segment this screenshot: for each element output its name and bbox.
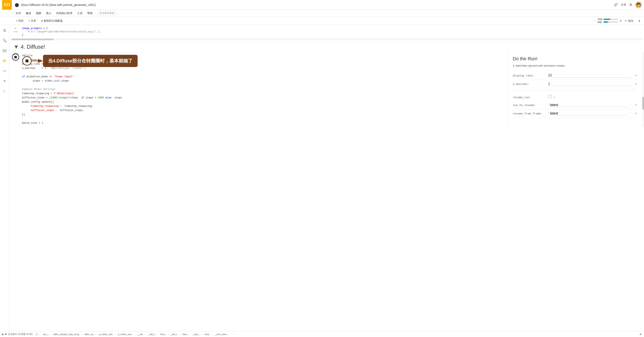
run-to-resume-label: run_to_resume:: [513, 104, 546, 107]
quote-open-1: ": [548, 103, 549, 107]
bc-13[interactable]: _conv_forw…: [215, 333, 229, 336]
menu-file[interactable]: 文件: [14, 10, 23, 16]
notebook-title: Disco Diffusion v5.61 [Now with portrait…: [21, 3, 612, 6]
ram-bar-bg: [604, 18, 618, 20]
sidebar-icon-search[interactable]: 🔍: [1, 37, 8, 44]
code-line-1: image_prompts = {: [22, 26, 644, 30]
check-icon: ✓: [14, 26, 17, 30]
n-batches-param-name: n_batches: [513, 64, 528, 67]
running-stop-button[interactable]: [12, 54, 19, 61]
ram-section: RAM 磁盘: [598, 18, 618, 24]
bc-7[interactable]: _call_i…: [148, 333, 157, 336]
arrow-connector: [31, 58, 44, 64]
menu-view[interactable]: 视图: [34, 10, 44, 16]
menu-insert[interactable]: 插入: [44, 10, 54, 16]
run-to-resume-row: run_to_resume: " " ✏: [513, 101, 637, 110]
bc-6[interactable]: __cal…: [137, 333, 145, 336]
menu-runtime[interactable]: 代码执行程序: [54, 10, 74, 16]
bc-5[interactable]: p_mean_vari…: [118, 333, 134, 336]
chevron-up-icon[interactable]: ∧: [637, 18, 642, 24]
bc-0[interactable]: C…: [36, 333, 40, 336]
resume-run-checkbox[interactable]: [548, 95, 552, 98]
main-area: ☰ 🔍 {x} 📁 <> ≡ >_ ✓ 0 秒 image_prompts = …: [0, 25, 644, 331]
n-batches-edit-icon[interactable]: ✏: [635, 82, 637, 86]
cl-12: model_config.update({: [22, 100, 508, 104]
cl-10: timestep_respacing = f'ddim{steps}': [22, 92, 508, 96]
copy-to-disk-button[interactable]: ♦ 复制到云端硬盘: [39, 18, 65, 24]
code-line-3: }: [22, 33, 644, 37]
cl-16: [22, 117, 508, 121]
sidebar: ☰ 🔍 {x} 📁 <> ≡ >_: [0, 25, 9, 331]
resume-run-label: resume_run:: [513, 96, 546, 99]
diffuse-cell: 当4.Diffuse部分在转圈圈时，基本就稳了 #@title #@markdo…: [9, 52, 644, 127]
avatar[interactable]: 🧑: [635, 2, 642, 8]
share-button[interactable]: 分享: [621, 3, 626, 7]
right-panel-title: Do the Run!: [513, 56, 637, 62]
n-batches-input[interactable]: [548, 82, 631, 86]
edit-button[interactable]: ✏ 修改: [623, 18, 635, 24]
add-code-button[interactable]: + 代码: [14, 18, 26, 24]
cl-6: if animation_mode == 'Video Input':: [22, 74, 508, 79]
sidebar-icon-code[interactable]: <>: [1, 68, 8, 74]
link-icon[interactable]: 🔗: [614, 3, 618, 7]
section-4-title: 4. Diffuse!: [21, 44, 45, 50]
bc-8[interactable]: forw…: [160, 333, 167, 336]
vertical-scrollbar[interactable]: [642, 52, 644, 127]
menu-edit[interactable]: 修改: [24, 10, 33, 16]
sidebar-icon-snippets[interactable]: ≡: [1, 78, 8, 84]
sidebar-icon-terminal[interactable]: >_: [1, 88, 8, 94]
horiz-scrollbar-thumb[interactable]: [12, 38, 54, 40]
n-batches-note-text: ignored with animation modes.: [528, 64, 566, 67]
notebook: ✓ 0 秒 image_prompts = { # 0:['ImagePromp…: [9, 25, 644, 331]
top-cell-gutter: ✓ 0 秒: [9, 25, 22, 38]
horiz-scrollbar[interactable]: [12, 38, 642, 40]
tooltip-arrow-circle: [22, 56, 32, 66]
menu-help[interactable]: 帮助: [85, 10, 95, 16]
settings-icon[interactable]: ⚙: [629, 3, 632, 7]
resume-from-frame-input[interactable]: [550, 112, 628, 116]
top-code-cell: ✓ 0 秒 image_prompts = { # 0:['ImagePromp…: [9, 25, 644, 38]
code-line-2: # 0:['ImagePromptsWorkButArentVeryGood.p…: [22, 30, 644, 33]
resume-run-edit-icon[interactable]: ✏: [553, 96, 556, 99]
sidebar-icon-files[interactable]: 📁: [1, 57, 8, 64]
bc-2[interactable]: ddim_sample_loop_prog…: [54, 333, 81, 336]
ram-label: RAM: [598, 18, 603, 20]
sidebar-icon-variables[interactable]: {x}: [1, 47, 8, 54]
add-text-button[interactable]: + 文本: [26, 18, 38, 24]
bc-11[interactable]: _call_i…: [192, 333, 201, 336]
cl-8: [22, 83, 508, 87]
status-close-button[interactable]: ✕: [639, 332, 642, 336]
bc-10[interactable]: forw…: [182, 333, 189, 336]
bc-1[interactable]: do_r…: [43, 333, 50, 336]
menu-bar: 文件 修改 视图 插入 代码执行程序 工具 帮助 无法保存更改: [0, 10, 644, 17]
time-label: 0 秒: [14, 30, 18, 33]
run-to-resume-input-wrap: ": [548, 103, 628, 107]
menu-tools[interactable]: 工具: [75, 10, 85, 16]
resume-from-frame-edit-icon[interactable]: ✏: [635, 112, 637, 115]
bc-4[interactable]: p_mean_vari…: [99, 333, 115, 336]
more-breadcrumbs[interactable]: ⋯: [232, 333, 234, 336]
disk-bar-bg: [604, 21, 618, 23]
bc-12[interactable]: forw…: [204, 333, 211, 336]
status-bar: ▶ ▶ 正在执行 (已持续 32 秒) › C… › do_r… › ddim_…: [0, 331, 644, 337]
ram-dropdown-icon[interactable]: ▾: [620, 19, 622, 22]
top-bar: CO ⬤ Disco Diffusion v5.61 [Now with por…: [0, 0, 644, 10]
run-to-resume-quotes-icon: ": [630, 103, 631, 107]
sidebar-icon-toc[interactable]: ☰: [1, 27, 8, 34]
run-to-resume-input[interactable]: [550, 103, 628, 107]
resume-run-row: resume_run: ✏: [513, 93, 637, 101]
bc-3[interactable]: ddim_sa…: [84, 333, 96, 336]
display-rate-edit-icon[interactable]: ✏: [635, 74, 637, 77]
quote-open-2: ": [548, 112, 549, 115]
resume-from-frame-quotes-icon: ": [630, 112, 631, 115]
display-rate-input[interactable]: [548, 74, 631, 78]
ram-bar-fill: [604, 18, 610, 20]
vertical-scrollbar-thumb[interactable]: [642, 97, 644, 110]
section-4-toggle[interactable]: ▼: [14, 44, 19, 50]
more-icon[interactable]: ⋯: [592, 19, 596, 23]
run-to-resume-edit-icon[interactable]: ✏: [635, 103, 637, 107]
disk-bar-fill: [604, 21, 608, 23]
bc-9[interactable]: _call_i…: [170, 333, 179, 336]
toolbar-right: ⋯ RAM 磁盘 ▾ ✏ 修改 ∧: [592, 18, 642, 24]
co-logo: CO: [2, 0, 12, 10]
